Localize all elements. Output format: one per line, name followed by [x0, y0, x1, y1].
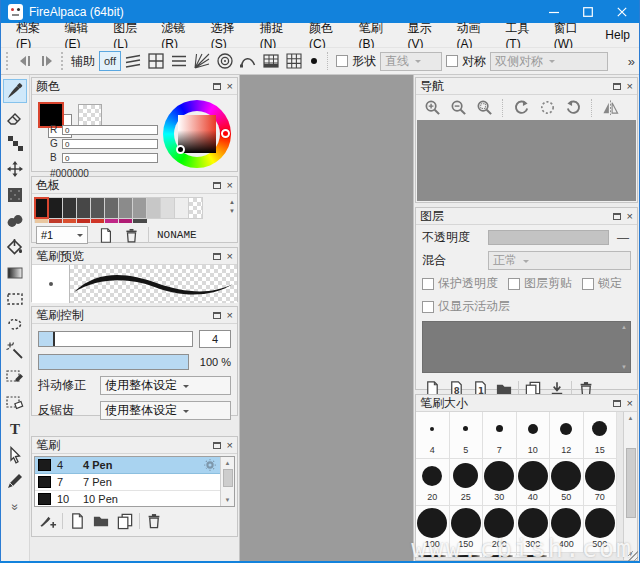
color-wheel[interactable]	[163, 100, 231, 168]
gear-icon[interactable]	[203, 458, 217, 472]
rotate-reset-button[interactable]	[535, 97, 559, 118]
brush-size-cell[interactable]: 5	[449, 412, 484, 459]
brush-list-scrollbar[interactable]: ▲ ▼	[220, 457, 234, 506]
antialias-select[interactable]: 使用整体设定	[100, 401, 231, 420]
close-icon[interactable]: ×	[227, 310, 233, 321]
brush-size-cell[interactable]: 20	[416, 458, 450, 506]
brush-size-cell[interactable]: 10	[516, 412, 551, 459]
brush-size-cell[interactable]: 300	[516, 505, 551, 553]
float-panel-icon[interactable]	[213, 442, 221, 449]
palette-swatch[interactable]	[90, 197, 105, 219]
palette-swatch[interactable]	[76, 197, 91, 219]
hue-marker[interactable]	[221, 129, 230, 138]
select-eraser-tool[interactable]	[3, 391, 27, 415]
layer-list[interactable]: ▲ ▼	[422, 321, 631, 373]
brush-size-cell[interactable]: 50	[549, 458, 584, 506]
scroll-up-icon[interactable]: ▲	[621, 324, 627, 330]
layer-checkbox-3[interactable]: 仅显示活动层	[422, 298, 510, 315]
palette-swatch[interactable]	[34, 197, 49, 219]
shape-select[interactable]: 直线	[380, 52, 442, 71]
brush-size-cell-partial[interactable]	[416, 552, 450, 558]
select-rect-tool[interactable]	[3, 287, 27, 311]
palette-swatch[interactable]	[146, 197, 161, 219]
sv-marker[interactable]	[176, 145, 185, 154]
zoom-out-button[interactable]	[446, 97, 470, 118]
close-icon[interactable]: ×	[227, 251, 233, 262]
gradient-tool[interactable]	[3, 261, 27, 285]
layer-opacity-slider[interactable]	[488, 230, 609, 245]
menu-item-12[interactable]: Help	[596, 25, 639, 45]
palette-swatch[interactable]	[48, 197, 63, 219]
palette-swatch-partial[interactable]	[118, 219, 133, 223]
delete-palette-color-button[interactable]	[122, 226, 140, 244]
dot-tool[interactable]	[3, 131, 27, 155]
assist-vanishing-point-button[interactable]	[190, 51, 213, 72]
palette-swatch[interactable]	[132, 197, 147, 219]
new-palette-color-button[interactable]	[96, 226, 114, 244]
delete-brush-button[interactable]	[144, 511, 164, 531]
brush-size-cell[interactable]: 40	[516, 458, 551, 506]
palette-scroll-up[interactable]: ▲	[229, 199, 235, 205]
brush-size-cell[interactable]: 25	[449, 458, 484, 506]
symmetry-checkbox[interactable]	[446, 55, 458, 67]
brush-size-cell[interactable]: 30	[482, 458, 517, 506]
scroll-up-icon[interactable]: ▲	[628, 412, 634, 424]
channel-b-slider[interactable]: 0	[62, 153, 158, 163]
assist-cross-grid-button[interactable]	[144, 51, 167, 72]
checkbox-icon[interactable]	[422, 278, 434, 290]
palette-scroll-down[interactable]: ▼	[229, 208, 235, 214]
snap-dot-icon[interactable]	[311, 58, 317, 64]
float-panel-icon[interactable]	[613, 213, 621, 220]
blend-tool[interactable]	[3, 209, 27, 233]
brush-folder-button[interactable]	[91, 511, 111, 531]
rotate-left-button[interactable]	[509, 97, 533, 118]
close-icon[interactable]: ×	[227, 180, 233, 191]
eraser-tool[interactable]	[3, 105, 27, 129]
brush-size-cell[interactable]: 4	[416, 412, 450, 459]
assist-fine-grid-button[interactable]	[282, 51, 305, 72]
palette-swatch[interactable]	[160, 197, 175, 219]
layer-checkbox-2[interactable]: 锁定	[582, 275, 622, 292]
more-tool[interactable]: »	[3, 495, 27, 519]
brush-size-cell[interactable]: 7	[482, 412, 517, 459]
scroll-thumb[interactable]	[626, 448, 636, 518]
palette-select[interactable]: #1	[36, 226, 88, 244]
brush-list-item[interactable]: 44 Pen	[35, 457, 220, 474]
pointer-tool[interactable]	[3, 443, 27, 467]
navigator-preview[interactable]	[417, 120, 636, 201]
float-panel-icon[interactable]	[213, 253, 221, 260]
palette-swatch-partial[interactable]	[132, 219, 147, 223]
close-button[interactable]	[605, 0, 639, 23]
brush-size-cell-partial[interactable]	[516, 552, 551, 558]
channel-g-slider[interactable]: 0	[62, 139, 158, 149]
checkbox-icon[interactable]	[422, 301, 434, 313]
brush-size-scrollbar[interactable]: ▲ ▼	[623, 412, 637, 560]
shape-checkbox[interactable]	[336, 55, 348, 67]
correction-select[interactable]: 使用整体设定	[100, 376, 231, 395]
palette-swatch-partial[interactable]	[76, 219, 91, 223]
palette-swatch-partial[interactable]	[34, 219, 49, 223]
flip-horizontal-button[interactable]	[598, 97, 622, 118]
brush-size-cell-partial[interactable]	[482, 552, 517, 558]
brush-size-cell-partial[interactable]	[449, 552, 484, 558]
palette-swatch[interactable]	[104, 197, 119, 219]
palette-swatch[interactable]	[188, 197, 203, 219]
layer-checkbox-1[interactable]: 图层剪贴	[508, 275, 572, 292]
assist-parallel-lines-button[interactable]	[121, 51, 144, 72]
close-icon[interactable]: ×	[627, 398, 633, 409]
move-tool[interactable]	[3, 157, 27, 181]
rotate-right-button[interactable]	[561, 97, 585, 118]
brush-size-cell[interactable]: 12	[549, 412, 584, 459]
palette-swatch-partial[interactable]	[62, 219, 77, 223]
toolbar-drag-handle[interactable]	[6, 52, 11, 70]
palette-swatch-partial[interactable]	[104, 219, 119, 223]
add-brush-button[interactable]	[38, 511, 58, 531]
brush-opacity-slider[interactable]	[38, 354, 189, 370]
palette-swatch-partial[interactable]	[48, 219, 63, 223]
brush-size-cell[interactable]: 150	[449, 505, 484, 553]
pen-tool[interactable]	[3, 469, 27, 493]
brush-size-cell[interactable]: 200	[482, 505, 517, 553]
brush-list-item[interactable]: 77 Pen	[35, 474, 220, 491]
brush-size-value[interactable]: 4	[199, 330, 231, 348]
assist-off-button[interactable]: off	[99, 51, 121, 71]
